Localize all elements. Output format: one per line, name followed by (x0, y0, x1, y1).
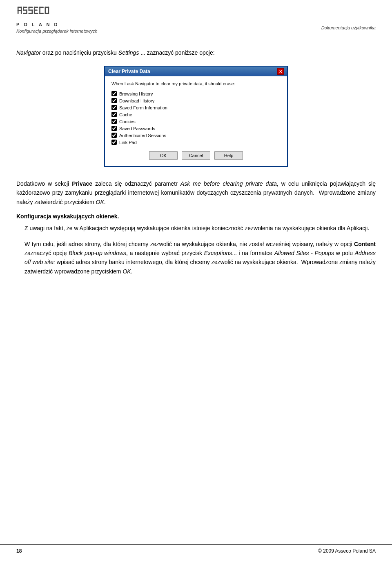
header-right-label: Dokumentacja użytkownika (321, 25, 376, 30)
checkbox-6[interactable] (111, 133, 117, 138)
header-left: P O L A N D Konfiguracja przeglądarek in… (16, 5, 98, 33)
checkbox-label-6: Authenticated Sessions (119, 133, 166, 138)
indented-paragraph-2: W tym celu, jeśli adres strony, dla któr… (24, 240, 376, 276)
indented-section: Z uwagi na fakt, że w Aplikacjach występ… (24, 224, 376, 276)
main-paragraph-1: Dodatkowo w sekcji Privace zaleca się od… (16, 179, 376, 207)
logo-poland-text: P O L A N D (16, 22, 59, 27)
header-left-label: Konfiguracja przeglądarek internetowych (16, 29, 98, 33)
checkbox-item-0: Browsing History (111, 91, 281, 96)
checkbox-2[interactable] (111, 105, 117, 110)
svg-rect-15 (34, 7, 38, 8)
intro-navigator: Navigator (16, 49, 41, 56)
dialog-btn-ok[interactable]: OK (149, 151, 178, 160)
dialog-btn-cancel[interactable]: Cancel (182, 151, 210, 160)
dialog-buttons: OKCancelHelp (111, 151, 281, 160)
checkbox-5[interactable] (111, 126, 117, 131)
footer-copyright: © 2009 Asseco Poland SA (318, 548, 376, 554)
svg-rect-8 (23, 13, 27, 14)
checkbox-item-6: Authenticated Sessions (111, 133, 281, 138)
checkbox-item-2: Saved Form Information (111, 105, 281, 110)
checkbox-item-4: Cookies (111, 119, 281, 124)
intro-text-end: ... zaznaczyć poniższe opcje: (140, 49, 214, 56)
checkbox-label-2: Saved Form Information (119, 105, 167, 110)
checkbox-3[interactable] (111, 112, 117, 117)
checkbox-item-3: Cache (111, 112, 281, 117)
clear-private-data-dialog: Clear Private Data ✕ When I ask Navigato… (104, 66, 288, 167)
checkbox-item-1: Download History (111, 98, 281, 103)
svg-rect-13 (29, 13, 33, 14)
dialog-wrapper: Clear Private Data ✕ When I ask Navigato… (16, 66, 376, 167)
intro-paragraph: Navigator oraz po naciśnięciu przycisku … (16, 49, 376, 56)
intro-text-middle: oraz po naciśnięciu przycisku (42, 49, 118, 56)
checkbox-label-4: Cookies (119, 119, 136, 124)
asseco-logo (16, 5, 57, 21)
checkbox-label-3: Cache (119, 112, 132, 117)
dialog-title: Clear Private Data (108, 69, 150, 74)
checkbox-item-7: Link Pad (111, 140, 281, 145)
dialog-close-button[interactable]: ✕ (277, 68, 284, 75)
svg-rect-3 (18, 10, 22, 11)
checkbox-list: Browsing HistoryDownload HistorySaved Fo… (111, 91, 281, 145)
checkbox-4[interactable] (111, 119, 117, 124)
section-heading: Konfiguracja wyskakujących okienek. (16, 213, 376, 220)
page-content: Navigator oraz po naciśnięciu przycisku … (0, 37, 392, 299)
dialog-instruction: When I ask Navigator to clear my private… (111, 81, 281, 86)
svg-rect-24 (45, 13, 49, 14)
checkbox-7[interactable] (111, 140, 117, 145)
page-header: P O L A N D Konfiguracja przeglądarek in… (0, 0, 392, 37)
checkbox-label-0: Browsing History (119, 91, 153, 96)
dialog-btn-help[interactable]: Help (214, 151, 243, 160)
checkbox-label-5: Saved Passwords (119, 126, 155, 131)
svg-rect-20 (39, 13, 44, 14)
checkbox-0[interactable] (111, 91, 117, 96)
footer-page-number: 18 (16, 548, 22, 554)
checkbox-label-7: Link Pad (119, 140, 137, 145)
checkbox-item-5: Saved Passwords (111, 126, 281, 131)
dialog-body: When I ask Navigator to clear my private… (105, 76, 287, 166)
checkbox-1[interactable] (111, 98, 117, 103)
indented-paragraph-1: Z uwagi na fakt, że w Aplikacjach występ… (24, 224, 376, 233)
dialog-titlebar: Clear Private Data ✕ (105, 67, 287, 76)
page-footer: 18 © 2009 Asseco Poland SA (0, 544, 392, 554)
svg-rect-16 (34, 10, 38, 11)
checkbox-label-1: Download History (119, 98, 154, 103)
intro-settings: Settings (118, 49, 139, 56)
logo-area: P O L A N D (16, 5, 98, 27)
svg-rect-17 (34, 13, 38, 14)
